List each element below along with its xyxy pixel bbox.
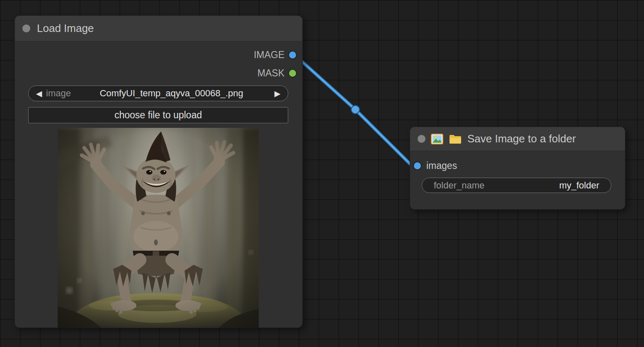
- collapse-dot-icon[interactable]: [22, 24, 30, 32]
- choose-file-button[interactable]: choose file to upload: [28, 107, 288, 123]
- link-image-to-images-outline: [294, 54, 411, 165]
- save-image-node[interactable]: Save Image to a folder images folder_nam…: [410, 127, 625, 210]
- output-slot-image[interactable]: IMAGE: [254, 49, 296, 61]
- output-dot-mask[interactable]: [289, 70, 296, 77]
- combo-next-arrow-icon[interactable]: ▶: [272, 90, 283, 98]
- link-image-to-images: [294, 54, 411, 165]
- folder-name-widget[interactable]: folder_name my_folder: [422, 178, 611, 193]
- troll-preview-image: [58, 128, 259, 328]
- output-label-image: IMAGE: [254, 49, 284, 61]
- node-title: Save Image to a folder: [467, 132, 576, 145]
- output-label-mask: MASK: [258, 68, 284, 79]
- output-slot-mask[interactable]: MASK: [258, 67, 296, 79]
- input-slot-images[interactable]: images: [414, 160, 457, 171]
- combo-prev-arrow-icon[interactable]: ◀: [34, 90, 44, 98]
- input-label-images: images: [426, 160, 457, 171]
- folder-icon: [449, 134, 462, 144]
- folder-name-label: folder_name: [434, 180, 484, 191]
- input-dot-images[interactable]: [414, 162, 421, 169]
- combo-value: ComfyUI_temp_aqyva_00068_.png: [71, 88, 272, 99]
- image-icon: [431, 134, 443, 144]
- image-combo-widget[interactable]: ◀ image ComfyUI_temp_aqyva_00068_.png ▶: [28, 86, 288, 101]
- node-title: Load Image: [37, 22, 94, 35]
- output-dot-image[interactable]: [289, 51, 296, 59]
- link-midpoint-handle[interactable]: [351, 105, 360, 114]
- load-image-title-bar[interactable]: Load Image: [15, 16, 302, 42]
- load-image-node[interactable]: Load Image IMAGE MASK ◀ image ComfyUI_te…: [15, 15, 303, 328]
- combo-label: image: [46, 88, 71, 99]
- save-node-title-bar[interactable]: Save Image to a folder: [410, 127, 625, 151]
- collapse-dot-icon[interactable]: [418, 135, 425, 143]
- node-graph-canvas[interactable]: { "link": { "color": "#58a6e8", "outline…: [0, 0, 644, 347]
- folder-name-value: my_folder: [559, 180, 599, 191]
